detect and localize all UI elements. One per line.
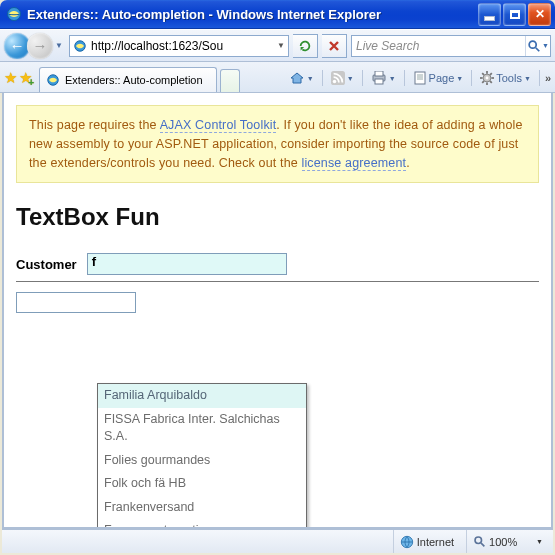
- nav-history-dropdown[interactable]: ▼: [53, 41, 65, 50]
- status-zone[interactable]: Internet: [393, 530, 460, 553]
- browser-viewport: This page requires the AJAX Control Tool…: [2, 93, 553, 529]
- stop-button[interactable]: [322, 34, 347, 58]
- svg-line-23: [482, 81, 484, 83]
- address-bar[interactable]: http://localhost:1623/Sou ▼: [69, 35, 289, 57]
- search-box[interactable]: Live Search ▼: [351, 35, 551, 57]
- status-bar: Internet 100% ▼: [2, 529, 553, 553]
- svg-line-26: [481, 543, 484, 546]
- result-input[interactable]: [16, 292, 136, 313]
- address-dropdown[interactable]: ▼: [274, 41, 288, 50]
- svg-line-20: [482, 73, 484, 75]
- favorites-icon[interactable]: ★: [4, 69, 17, 87]
- address-url: http://localhost:1623/Sou: [90, 39, 274, 53]
- page-heading: TextBox Fun: [16, 203, 539, 231]
- navigation-bar: ← → ▼ http://localhost:1623/Sou ▼ Live S…: [0, 29, 555, 62]
- svg-point-15: [486, 77, 489, 80]
- tools-menu-label: Tools: [496, 72, 522, 84]
- window-titlebar: Extenders:: Auto-completion - Windows In…: [0, 0, 555, 29]
- search-go-button[interactable]: ▼: [525, 36, 550, 56]
- svg-rect-9: [375, 79, 383, 84]
- window-minimize-button[interactable]: [478, 3, 501, 26]
- page-favicon: [70, 36, 90, 56]
- autocomplete-item[interactable]: Familia Arquibaldo: [98, 384, 306, 408]
- home-button[interactable]: ▼: [286, 68, 317, 88]
- status-zoom[interactable]: 100% ▼: [466, 530, 549, 553]
- tab-label: Extenders:: Auto-completion: [65, 74, 203, 86]
- svg-line-22: [490, 73, 492, 75]
- svg-point-6: [332, 80, 336, 84]
- status-zone-label: Internet: [417, 536, 454, 548]
- window-title: Extenders:: Auto-completion - Windows In…: [27, 7, 478, 22]
- window-maximize-button[interactable]: [503, 3, 526, 26]
- customer-input[interactable]: f: [87, 253, 287, 275]
- autocomplete-item[interactable]: Folies gourmandes: [98, 449, 306, 473]
- customer-label: Customer: [16, 257, 77, 272]
- autocomplete-item[interactable]: FISSA Fabrica Inter. Salchichas S.A.: [98, 408, 306, 449]
- nav-forward-button[interactable]: →: [27, 33, 53, 59]
- svg-point-25: [475, 537, 482, 544]
- page-menu[interactable]: Page▼: [410, 69, 467, 87]
- notice-link-toolkit[interactable]: AJAX Control Toolkit: [160, 118, 277, 133]
- tools-menu[interactable]: Tools▼: [477, 69, 534, 87]
- svg-point-2: [529, 41, 536, 48]
- toolbar-overflow[interactable]: »: [545, 72, 551, 84]
- status-zoom-value: 100%: [489, 536, 533, 548]
- customer-input-value: f: [92, 254, 96, 269]
- print-button[interactable]: ▼: [368, 69, 399, 87]
- feeds-button[interactable]: ▼: [328, 69, 357, 87]
- notice-text-3: .: [406, 156, 410, 170]
- svg-rect-5: [331, 71, 345, 85]
- autocomplete-item[interactable]: France restauration: [98, 519, 306, 529]
- autocomplete-list: Familia Arquibaldo FISSA Fabrica Inter. …: [97, 383, 307, 529]
- refresh-button[interactable]: [293, 34, 318, 58]
- notice-link-license[interactable]: license agreement: [302, 156, 407, 171]
- new-tab-button[interactable]: [220, 69, 240, 92]
- tab-bar: ★ ★ Extenders:: Auto-completion ▼ ▼ ▼: [0, 62, 555, 93]
- search-placeholder: Live Search: [352, 39, 525, 53]
- window-close-button[interactable]: [528, 3, 551, 26]
- svg-line-21: [490, 81, 492, 83]
- autocomplete-item[interactable]: Frankenversand: [98, 496, 306, 520]
- notice-text-1: This page requires the: [29, 118, 160, 132]
- add-favorite-icon[interactable]: ★: [19, 69, 32, 87]
- browser-tab[interactable]: Extenders:: Auto-completion: [39, 67, 217, 92]
- ie-app-icon: [6, 6, 22, 22]
- svg-rect-10: [415, 72, 425, 84]
- notice-box: This page requires the AJAX Control Tool…: [16, 105, 539, 183]
- svg-rect-8: [375, 71, 383, 76]
- autocomplete-item[interactable]: Folk och fä HB: [98, 472, 306, 496]
- tab-favicon: [45, 72, 61, 88]
- divider: [16, 281, 539, 282]
- page-menu-label: Page: [429, 72, 455, 84]
- svg-line-3: [536, 47, 540, 51]
